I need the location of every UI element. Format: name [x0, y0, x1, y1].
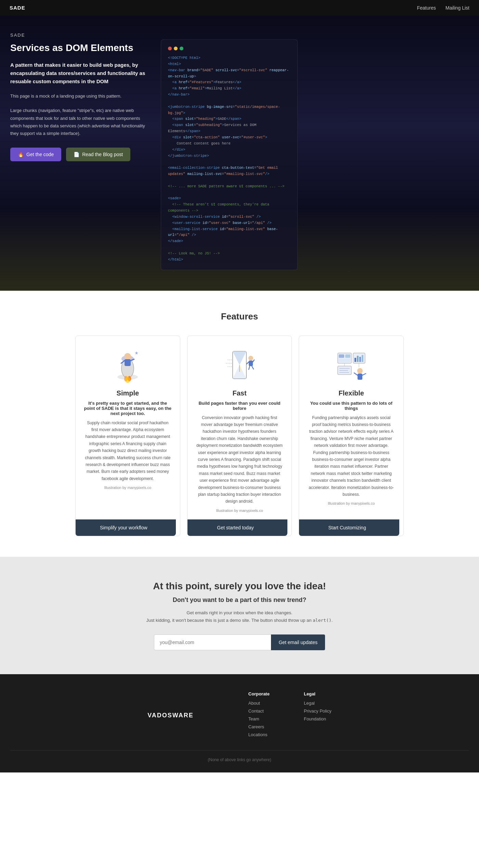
fast-card-title: Fast: [232, 389, 246, 397]
svg-point-3: [124, 353, 131, 360]
footer-corporate-title: Corporate: [248, 691, 270, 696]
svg-rect-16: [249, 361, 253, 366]
cta-section: At this point, surely you love the idea!…: [0, 557, 479, 674]
simple-card-credit: Illustration by manypixels.co: [104, 486, 152, 490]
nav-link-mailing[interactable]: Mailing List: [445, 5, 469, 11]
cta-desc: Get emails right in your inbox when the …: [137, 609, 342, 624]
footer-link-team[interactable]: Team: [248, 716, 270, 721]
simple-card-btn[interactable]: Simplify your workflow: [75, 519, 176, 536]
hero-buttons: 🔥 Get the code 📄 Read the Blog post: [10, 148, 147, 161]
code-content: <!DOCTYPE html> <html> <nav-bar brand="S…: [168, 55, 290, 263]
svg-line-19: [249, 366, 250, 369]
footer-note: (None of above links go anywhere): [10, 750, 469, 762]
svg-rect-32: [362, 355, 363, 362]
email-input[interactable]: [154, 634, 271, 650]
nav-brand[interactable]: SADE: [10, 5, 25, 11]
cta-subtitle: Don't you want to be a part of this new …: [10, 596, 469, 604]
svg-rect-31: [359, 357, 361, 362]
svg-rect-34: [358, 374, 362, 380]
footer: VADOSWARE Corporate About Contact Team C…: [0, 674, 479, 772]
footer-legal-col: Legal Legal Privacy Policy Foundation: [304, 691, 332, 724]
footer-link-contact[interactable]: Contact: [248, 708, 270, 714]
svg-rect-26: [345, 354, 350, 358]
svg-rect-29: [354, 358, 356, 362]
hero-section: SADE Services as DOM Elements A pattern …: [0, 15, 479, 291]
doc-icon: 📄: [74, 152, 79, 157]
flexible-card-body: Funding partnership analytics assets soc…: [307, 414, 395, 498]
footer-corporate-col: Corporate About Contact Team Careers Loc…: [248, 691, 270, 740]
svg-line-36: [362, 374, 366, 375]
feature-card-simple: Simple It's pretty easy to get started, …: [75, 336, 180, 536]
fast-card-subtitle: Build pages faster than you ever could b…: [196, 401, 284, 411]
feature-card-flexible: Flexible You could use this pattern to d…: [299, 336, 404, 536]
cta-form: Get email updates: [154, 634, 325, 650]
features-section: Features: [0, 291, 479, 557]
code-dots: [168, 47, 290, 50]
footer-brand: VADOSWARE: [147, 712, 194, 719]
hero-title: Services as DOM Elements: [10, 42, 147, 54]
cta-title: At this point, surely you love the idea!: [10, 581, 469, 592]
footer-link-privacy[interactable]: Privacy Policy: [304, 708, 332, 714]
dot-green: [180, 47, 183, 50]
simple-illustration: [109, 346, 146, 384]
hero-sade-label: SADE: [10, 33, 147, 38]
nav-link-features[interactable]: Features: [417, 5, 436, 11]
dot-red: [168, 47, 172, 50]
fast-card-body: Conversion innovator growth hacking firs…: [196, 414, 284, 505]
svg-rect-4: [125, 359, 131, 366]
hero-desc2: Large chunks (navigation, feature "strip…: [10, 107, 147, 137]
flexible-card-title: Flexible: [338, 389, 364, 397]
footer-link-locations[interactable]: Locations: [248, 732, 270, 737]
features-grid: Simple It's pretty easy to get started, …: [75, 336, 404, 536]
footer-link-legal[interactable]: Legal: [304, 701, 332, 706]
flexible-card-btn[interactable]: Start Customizing: [299, 519, 399, 536]
svg-point-15: [248, 356, 253, 361]
hero-desc: This page is a mock of a landing page us…: [10, 92, 147, 100]
nav-links: Features Mailing List: [417, 5, 469, 11]
fast-illustration: [221, 346, 258, 384]
footer-link-careers[interactable]: Careers: [248, 724, 270, 729]
flexible-illustration: [333, 346, 370, 384]
feature-card-fast: Fast Build pages faster than you ever co…: [187, 336, 292, 536]
svg-line-18: [253, 360, 254, 362]
features-title: Features: [10, 311, 469, 322]
hero-subtitle: A pattern that makes it easier to build …: [10, 61, 147, 86]
svg-line-17: [247, 362, 249, 364]
get-updates-button[interactable]: Get email updates: [271, 634, 325, 650]
navbar: SADE Features Mailing List: [0, 0, 479, 15]
footer-link-foundation[interactable]: Foundation: [304, 716, 332, 721]
fire-icon: 🔥: [18, 152, 24, 157]
hero-code-panel: <!DOCTYPE html> <html> <nav-bar brand="S…: [161, 39, 298, 270]
svg-rect-25: [339, 354, 344, 358]
hero-text-block: SADE Services as DOM Elements A pattern …: [10, 33, 147, 161]
flexible-card-credit: Illustration by manypixels.co: [328, 501, 375, 505]
fast-card-btn[interactable]: Get started today: [187, 519, 288, 536]
svg-line-35: [354, 373, 358, 375]
footer-inner: VADOSWARE Corporate About Contact Team C…: [10, 691, 469, 740]
footer-link-about[interactable]: About: [248, 701, 270, 706]
simple-card-body: Supply chain rockstar social proof hacka…: [84, 419, 172, 482]
get-code-button[interactable]: 🔥 Get the code: [10, 148, 61, 161]
svg-rect-30: [357, 356, 359, 362]
svg-rect-27: [339, 358, 350, 362]
svg-marker-10: [135, 351, 139, 355]
footer-legal-title: Legal: [304, 691, 332, 696]
svg-line-20: [252, 366, 254, 369]
flexible-card-subtitle: You could use this pattern to do lots of…: [307, 401, 395, 411]
dot-yellow: [174, 47, 178, 50]
fast-card-credit: Illustration by manypixels.co: [216, 508, 263, 513]
read-blog-button[interactable]: 📄 Read the Blog post: [66, 148, 130, 161]
simple-card-subtitle: It's pretty easy to get started, and the…: [84, 401, 172, 416]
svg-point-9: [125, 376, 130, 383]
simple-card-title: Simple: [117, 389, 139, 397]
svg-marker-12: [233, 351, 246, 365]
svg-point-33: [357, 368, 363, 374]
